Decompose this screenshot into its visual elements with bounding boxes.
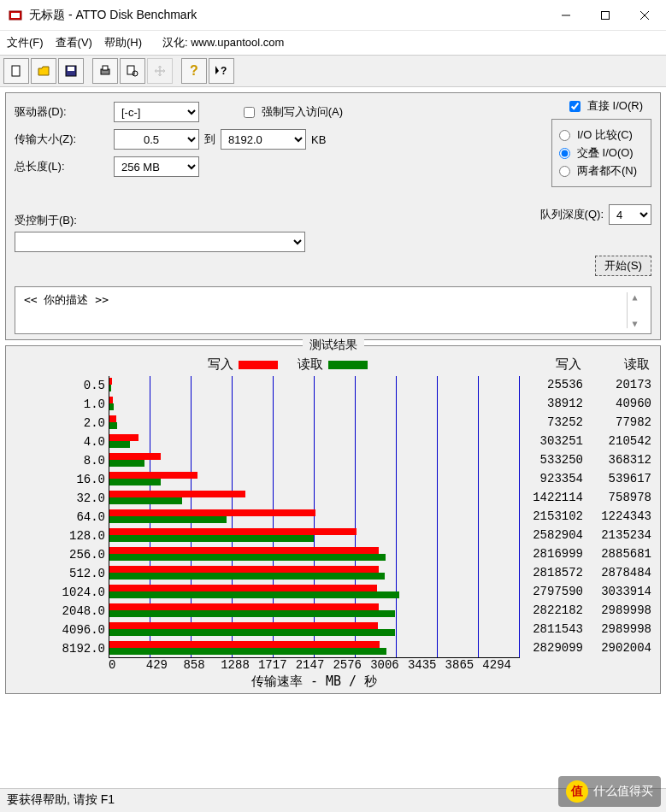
length-label: 总长度(L): [15, 159, 109, 174]
write-bar [109, 641, 380, 648]
description-box[interactable]: << 你的描述 >> ▲▼ [15, 286, 651, 334]
new-icon[interactable] [3, 58, 29, 84]
write-bar [109, 603, 379, 610]
write-value: 2818572 [520, 566, 588, 585]
write-value: 2811543 [520, 622, 588, 641]
scrollbar[interactable]: ▲▼ [627, 292, 642, 328]
data-row: 25829042135234 [520, 528, 657, 547]
radio-io-compare[interactable]: I/O 比较(C) [559, 127, 637, 143]
read-value: 3033914 [588, 585, 657, 603]
data-row: 1422114758978 [520, 491, 657, 509]
title-bar: 无标题 - ATTO Disk Benchmark [0, 0, 666, 31]
minimize-button[interactable] [546, 2, 586, 29]
read-value: 1224343 [588, 509, 657, 528]
transfer-to-select[interactable]: 8192.0 [221, 129, 306, 150]
x-tick: 429 [146, 658, 184, 672]
x-tick: 3006 [370, 658, 408, 672]
col-read-header: 读取 [588, 356, 657, 373]
start-button[interactable]: 开始(S) [595, 256, 651, 276]
svg-rect-8 [68, 67, 74, 71]
radio-overlap-io[interactable]: 交叠 I/O(O) [559, 145, 637, 161]
read-bar [109, 460, 144, 467]
bar-pair [109, 602, 520, 621]
print-icon[interactable] [92, 58, 118, 84]
bar-pair [109, 621, 520, 639]
description-text: << 你的描述 >> [24, 292, 109, 328]
queue-depth-row: 队列深度(Q): 4 [540, 204, 651, 225]
data-row: 7325277982 [520, 415, 657, 434]
legend-write-label: 写入 [208, 356, 233, 371]
read-value: 2135234 [588, 528, 657, 547]
preview-icon[interactable] [120, 58, 145, 84]
read-value: 40960 [588, 397, 657, 415]
x-tick: 2576 [333, 658, 370, 672]
write-bar [109, 585, 377, 591]
write-bar [109, 491, 245, 497]
queue-depth-select[interactable]: 4 [609, 204, 651, 225]
close-button[interactable] [625, 2, 664, 29]
force-write-checkbox[interactable]: 强制写入访问(A) [244, 104, 343, 120]
bar-pair [109, 545, 520, 564]
write-bar [109, 509, 315, 516]
x-tick: 1717 [258, 658, 296, 672]
drive-select[interactable]: [-c-] [114, 102, 199, 122]
y-tick: 128.0 [61, 527, 109, 545]
read-value: 2989998 [588, 603, 657, 622]
legend-read-swatch [328, 361, 368, 369]
write-bar [109, 622, 378, 629]
bar-pair [109, 414, 520, 432]
controlled-by-select[interactable] [15, 232, 305, 252]
data-row: 2553620173 [520, 378, 657, 397]
watermark: 值 什么值得买 [558, 776, 661, 807]
whatsthis-icon[interactable]: ? [209, 58, 234, 84]
write-bar [109, 472, 197, 479]
write-bar [109, 528, 357, 535]
y-tick: 4096.0 [61, 621, 109, 639]
direct-io-checkbox[interactable]: 直接 I/O(R) [569, 98, 643, 114]
radio-neither[interactable]: 两者都不(N) [559, 163, 637, 179]
col-write-header: 写入 [520, 356, 588, 373]
data-row: 27975903033914 [520, 585, 657, 603]
watermark-icon: 值 [566, 780, 588, 803]
read-bar [109, 497, 182, 504]
transfer-from-select[interactable]: 0.5 [114, 129, 199, 150]
write-value: 303251 [520, 434, 588, 453]
menu-help[interactable]: 帮助(H) [104, 35, 142, 50]
bar-pair [109, 639, 520, 658]
data-row: 28185722878484 [520, 566, 657, 585]
chart-legend: 写入 读取 [61, 353, 520, 376]
write-value: 923354 [520, 472, 588, 491]
save-icon[interactable] [58, 58, 84, 84]
to-label: 到 [204, 132, 215, 147]
menu-file[interactable]: 文件(F) [7, 35, 44, 50]
bar-pair [109, 583, 520, 602]
chart-plot [109, 376, 520, 658]
read-value: 2989998 [588, 622, 657, 641]
write-bar [109, 566, 379, 573]
open-icon[interactable] [31, 58, 56, 84]
help-icon[interactable]: ? [181, 58, 207, 84]
move-icon[interactable] [147, 58, 173, 84]
write-value: 73252 [520, 415, 588, 434]
bar-pair [109, 432, 520, 451]
unit-label: KB [311, 133, 326, 146]
y-tick: 2.0 [61, 414, 109, 432]
write-bar [109, 378, 112, 385]
read-bar [109, 422, 117, 429]
x-axis-label: 传输速率 - MB / 秒 [61, 672, 520, 690]
maximize-button[interactable] [586, 2, 625, 29]
x-tick: 3435 [408, 658, 445, 672]
read-value: 2885681 [588, 547, 657, 566]
length-select[interactable]: 256 MB [114, 156, 199, 177]
menu-view[interactable]: 查看(V) [56, 35, 92, 50]
results-panel: 测试结果 写入 读取 0.51.02.04.08.016.032.064.012… [5, 345, 661, 694]
queue-depth-label: 队列深度(Q): [540, 207, 604, 222]
chart-area: 写入 读取 0.51.02.04.08.016.032.064.0128.025… [9, 353, 520, 690]
menu-bar: 文件(F) 查看(V) 帮助(H) 汉化: www.upantool.com [0, 31, 666, 55]
read-value: 368312 [588, 453, 657, 472]
data-row: 21531021224343 [520, 509, 657, 528]
read-bar [109, 629, 395, 636]
write-bar [109, 397, 113, 403]
svg-text:?: ? [221, 65, 227, 77]
write-value: 2582904 [520, 528, 588, 547]
